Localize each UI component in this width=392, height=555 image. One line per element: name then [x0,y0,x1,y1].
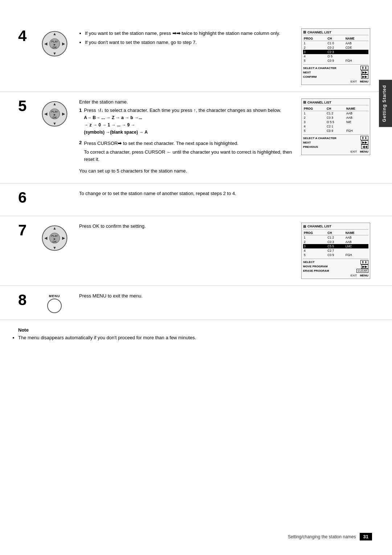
step-5-icon: PLAY ▶ OK ▲ ▼ ◀ ▶ [40,100,69,127]
char-changes-text: , the character changes as shown below. [196,108,281,113]
svg-text:▼: ▼ [53,246,57,250]
screen-footer-5: SELECT A CHARACTER⬆⬇ NEXT▶▶ PREVIOUS◀◀ E… [303,134,368,153]
step-4-bullet-2: If you don't want to set the station nam… [85,39,298,46]
step-7-content: Press OK to confirm the setting. [75,223,301,232]
screen-icon: ⊞ [303,30,306,34]
svg-text:▼: ▼ [53,121,57,126]
char-seq-3: (symbols) →(blank space) → A [84,130,281,135]
char-limit-note: You can set up to 5 characters for the s… [79,167,298,175]
page-footer: Setting/changing the station names 31 [288,533,372,540]
svg-text:PLAY: PLAY [51,235,58,237]
table-row: 5C0 9FGH [303,129,368,133]
svg-text:▶: ▶ [62,112,65,116]
remote-control-icon: PLAY ▶ OK ▲ ▼ ◀ ▶ [41,30,68,57]
svg-text:OK: OK [52,46,57,49]
table-row: 1C1 2AAB [303,111,368,116]
step-4-bullet-1: If you want to set the station name, pre… [85,30,298,37]
step-4-number: 4 [18,28,40,44]
svg-text:▲: ▲ [53,102,57,106]
table-row: 5C0 9FGH [303,253,368,257]
channel-table-7: PROGCHNAME 1C1 2AAB 2C0 3AAB 3C5 5LMC 4C… [303,231,368,257]
up-down-arrow: ↑/↓ [97,108,103,113]
svg-text:OK: OK [52,240,57,243]
char-seq-1: A→ B→ ... → Z → a → b →... [84,115,281,120]
table-row: 2C0 3AAB [303,116,368,120]
step-6-content: To change or to set the station name of … [75,190,374,199]
step-4-icon: PLAY ▶ OK ▲ ▼ ◀ ▶ [40,30,69,57]
remote-control-icon-5: PLAY ▶ OK ▲ ▼ ◀ ▶ [41,100,68,127]
step-6-row: 6 To change or to set the station name o… [0,183,392,216]
select-char-text: to select a character. Each time you pre… [105,108,192,113]
screen-icon-7: ⊞ [303,224,306,228]
step-8-content: Press MENU to exit the menu. [75,292,374,301]
svg-text:PLAY: PLAY [51,40,58,43]
table-row: 5C0 9FGH [303,58,368,63]
step-5-number: 5 [18,98,40,114]
side-tab: Getting Started [379,80,392,127]
table-row: 2C0 2CDE [303,45,368,50]
svg-text:OK: OK [52,116,57,119]
table-row: 4O 5 [303,54,368,58]
table-row: 4C2 7 [303,248,368,253]
svg-text:▶: ▶ [62,41,65,46]
channel-table-5: PROGCHNAME 1C1 2AAB 2C0 3AAB 3O 5 5NIE 4… [303,106,368,133]
step-5-screen: ⊞ CHANNEL LIST PROGCHNAME 1C1 2AAB 2C0 3… [301,98,374,155]
press-label: Press [84,108,96,113]
table-row: 3O 5 5NIE [303,120,368,124]
step-6-number: 6 [18,190,40,205]
step-7-row: 7 PLAY ▶ OK ▲ ▼ ◀ ▶ Press OK to confirm … [0,216,392,286]
step-8-number: 8 [18,292,40,308]
screen-footer-4: SELECT A CHARACTER⬆⬇ NEXT▶▶ CONFIRM▶▶ EX… [303,64,368,83]
note-title: Note [18,327,374,333]
menu-button-circle[interactable] [47,299,62,313]
correct-text: To correct a character, press CURSOR ← u… [84,149,298,163]
screen-title-7: CHANNEL LIST [307,224,331,228]
svg-text:◀: ◀ [44,41,48,46]
step-7-text: Press OK to confirm the setting. [79,223,298,230]
svg-text:PLAY: PLAY [51,110,58,113]
step-5-intro: Enter the station name. [79,98,298,106]
page-number: 31 [360,533,372,540]
note-bullet: The menu disappears automatically if you… [18,335,374,340]
step-7-screen: ⊞ CHANNEL LIST PROGCHNAME 1C1 2AAB 2C0 3… [301,223,374,279]
step-5-item-2: 2 Press CURSOR➡ to set the next characte… [79,140,298,165]
svg-text:▲: ▲ [53,226,57,230]
table-row: 3C2 3 [303,50,368,54]
screen-icon-5: ⊞ [303,100,306,104]
step-7-icon: PLAY ▶ OK ▲ ▼ ◀ ▶ [40,224,69,252]
menu-label-7: MENU [360,274,368,277]
step-4-row: 4 PLAY ▶ OK ▲ ▼ ◀ ▶ If you want to set t… [0,22,392,92]
svg-text:▲: ▲ [53,32,57,36]
table-row: 2C0 3AAB [303,240,368,244]
step-8-text: Press MENU to exit the menu. [79,292,370,300]
cursor-text: Press CURSOR➡ to set the next character.… [84,140,298,147]
menu-label: MENU [360,80,368,83]
char-seq-2: → z → 0 → 1 → ... → 9 → [84,122,281,127]
exit-label-7: EXIT [351,274,357,277]
item-num-1: 1 [79,108,82,137]
step-4-content: If you want to set the station name, pre… [75,28,301,48]
table-row: 4C2 1 [303,124,368,129]
step-5-item-1: 1 Press ↑/↓ to select a character. Each … [79,108,298,137]
step-7-number: 7 [18,223,40,238]
table-row: 1C1 2AAB [303,235,368,240]
table-row: 1C1 0AAB [303,41,368,46]
page-wrapper: Getting Started 4 PLAY ▶ OK ▲ ▼ ◀ ▶ If y… [0,0,392,555]
remote-control-icon-7: PLAY ▶ OK ▲ ▼ ◀ ▶ [41,224,68,252]
note-list: The menu disappears automatically if you… [18,335,374,340]
screen-title-5: CHANNEL LIST [307,101,331,104]
step-8-icon: MENU [40,294,69,313]
channel-table-4: PROGCHNAME 1C1 0AAB 2C0 2CDE 3C2 3 4O 5 … [303,36,368,63]
step-4-bullets: If you want to set the station name, pre… [85,30,298,46]
step-4-screen: ⊞ CHANNEL LIST PROGCHNAME 1C1 0AAB 2C0 2… [301,28,374,85]
svg-text:◀: ◀ [44,236,48,240]
step-6-text: To change or to set the station name of … [79,190,370,197]
exit-label-5: EXIT [351,150,357,153]
step-5-content: Enter the station name. 1 Press ↑/↓ to s… [75,98,301,177]
screen-title-4: CHANNEL LIST [307,31,331,34]
svg-text:▼: ▼ [53,51,57,56]
table-row: 3C5 5LMC [303,244,368,248]
footer-text: Setting/changing the station names [288,534,356,539]
step-5-row: 5 PLAY ▶ OK ▲ ▼ ◀ ▶ Enter the station na… [0,92,392,183]
item-num-2: 2 [79,140,82,165]
